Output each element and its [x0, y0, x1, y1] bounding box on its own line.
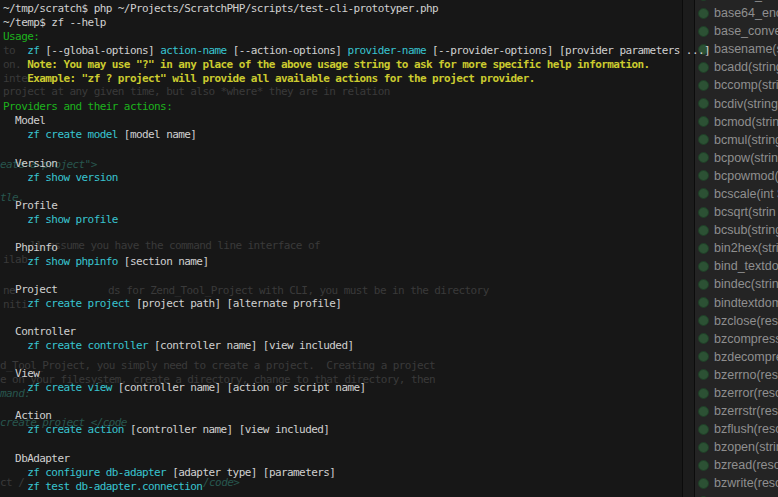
- terminal-text-segment: Project: [3, 283, 57, 296]
- terminal-line: zf create project [project path] [altern…: [3, 297, 778, 311]
- terminal-text-segment: View: [3, 367, 39, 380]
- terminal-text-segment: [model name]: [118, 128, 197, 141]
- terminal-text-segment: [3, 128, 27, 141]
- terminal-text-segment: zf show version: [27, 171, 118, 184]
- terminal-text-segment: Model: [3, 114, 45, 127]
- terminal-text-segment: [3, 381, 27, 394]
- terminal-text-segment: [controller name] [view included]: [124, 423, 329, 436]
- terminal-line: zf test db-adapter.connection: [3, 480, 778, 494]
- terminal-line: Providers and their actions:: [3, 100, 778, 114]
- terminal-text-segment: Note: You may use "?" in any place of th…: [3, 58, 650, 71]
- terminal-line: zf show phpinfo [section name]: [3, 255, 778, 269]
- terminal-line: [3, 437, 778, 451]
- screen: toon.inteproject at any given time, but …: [0, 0, 778, 497]
- terminal-line: Action: [3, 409, 778, 423]
- terminal-text-segment: [3, 297, 27, 310]
- terminal-text-segment: Phpinfo: [3, 241, 57, 254]
- terminal-line: zf show version: [3, 171, 778, 185]
- terminal-text-segment: [3, 466, 27, 479]
- terminal-text-segment: Action: [3, 409, 51, 422]
- terminal-text-segment: Providers and their actions:: [3, 100, 172, 113]
- terminal-line: zf [--global-options] action-name [--act…: [3, 44, 778, 58]
- terminal-line: Model: [3, 114, 778, 128]
- terminal-text-segment: [3, 255, 27, 268]
- terminal-text-segment: [project path] [alternate profile]: [130, 297, 342, 310]
- terminal-line: Profile: [3, 199, 778, 213]
- terminal-text-segment: Version: [3, 157, 57, 170]
- terminal-line: [3, 142, 778, 156]
- terminal-text-segment: zf show phpinfo: [27, 255, 118, 268]
- terminal-line: Example: "zf ? project" will provide all…: [3, 72, 778, 86]
- terminal-text-segment: zf show profile: [27, 213, 118, 226]
- terminal-line: [3, 353, 778, 367]
- terminal-line: [3, 311, 778, 325]
- terminal-text-segment: zf configure db-adapter: [27, 466, 166, 479]
- terminal-text-segment: action-name: [160, 44, 226, 57]
- terminal-text-segment: provider-name: [347, 44, 426, 57]
- terminal-line: Phpinfo: [3, 241, 778, 255]
- terminal-line: zf create view [controller name] [action…: [3, 381, 778, 395]
- terminal-line: Controller: [3, 325, 778, 339]
- terminal-line: [3, 269, 778, 283]
- terminal-text-segment: [section name]: [118, 255, 209, 268]
- terminal-line: Usage:: [3, 30, 778, 44]
- terminal-line: [3, 86, 778, 100]
- terminal-text-segment: [3, 480, 27, 493]
- terminal-text-segment: [3, 423, 27, 436]
- terminal-text-segment: [controller name] [action or script name…: [112, 381, 366, 394]
- terminal-line: zf show profile: [3, 213, 778, 227]
- terminal-text-segment: zf create model: [27, 128, 118, 141]
- terminal-text-segment: [--action-options]: [227, 44, 348, 57]
- terminal-line: Project: [3, 283, 778, 297]
- terminal-text-segment: ~/tmp/scratch$ php ~/Projects/ScratchPHP…: [3, 2, 438, 15]
- terminal-text-segment: zf test db-adapter.connection: [27, 480, 202, 493]
- terminal-line: zf create action [controller name] [view…: [3, 423, 778, 437]
- terminal-line: zf create model [model name]: [3, 128, 778, 142]
- terminal-line: DbAdapter: [3, 452, 778, 466]
- terminal-line: [3, 185, 778, 199]
- terminal-output[interactable]: ~/tmp/scratch$ php ~/Projects/ScratchPHP…: [0, 0, 778, 497]
- terminal-line: Version: [3, 157, 778, 171]
- terminal-text-segment: [3, 339, 27, 352]
- terminal-line: ~/tmp/scratch$ php ~/Projects/ScratchPHP…: [3, 2, 778, 16]
- terminal-text-segment: zf: [27, 44, 39, 57]
- terminal-text-segment: zf create controller: [27, 339, 148, 352]
- terminal-text-segment: Usage:: [3, 30, 39, 43]
- terminal-line: ~/temp$ zf --help: [3, 16, 778, 30]
- terminal-text-segment: [3, 44, 27, 57]
- terminal-line: Note: You may use "?" in any place of th…: [3, 58, 778, 72]
- terminal-text-segment: Controller: [3, 325, 76, 338]
- terminal-text-segment: zf create action: [27, 423, 124, 436]
- terminal-text-segment: [--global-options]: [39, 44, 160, 57]
- terminal-text-segment: [adapter type] [parameters]: [166, 466, 335, 479]
- terminal-text-segment: zf create project: [27, 297, 130, 310]
- terminal-line: zf configure db-adapter [adapter type] […: [3, 466, 778, 480]
- terminal-text-segment: Example: "zf ? project" will provide all…: [3, 72, 535, 85]
- terminal-text-segment: DbAdapter: [3, 452, 69, 465]
- terminal-text-segment: zf create view: [27, 381, 112, 394]
- terminal-text-segment: [3, 171, 27, 184]
- terminal-text-segment: Profile: [3, 199, 57, 212]
- terminal-text-segment: [controller name] [view included]: [148, 339, 353, 352]
- terminal-text-segment: [--provider-options] [provider parameter…: [426, 44, 710, 57]
- terminal-text-segment: ~/temp$ zf --help: [3, 16, 106, 29]
- terminal-text-segment: [3, 213, 27, 226]
- terminal-line: [3, 395, 778, 409]
- terminal-line: zf create controller [controller name] […: [3, 339, 778, 353]
- terminal-line: [3, 227, 778, 241]
- terminal-line: View: [3, 367, 778, 381]
